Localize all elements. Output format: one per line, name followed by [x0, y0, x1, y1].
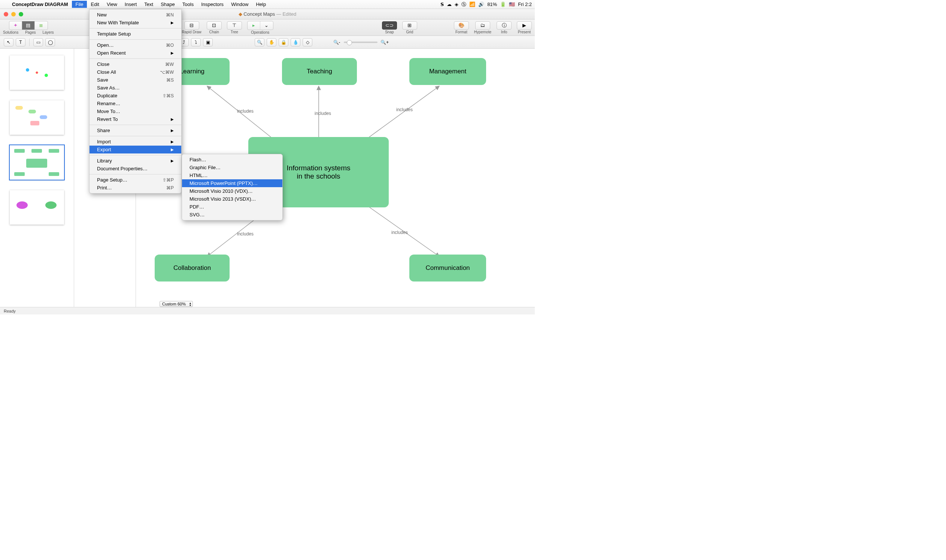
layers-label: Layers: [43, 30, 54, 34]
document-title: ◆ Concept Maps — Edited: [239, 11, 297, 17]
snap-button[interactable]: ⊂⊃: [382, 22, 397, 29]
eyedropper-tool[interactable]: 💧: [291, 38, 300, 46]
file-menu-new[interactable]: New⌘N: [89, 11, 181, 19]
minimize-window-button[interactable]: [11, 12, 16, 17]
node-management[interactable]: Management: [409, 58, 486, 85]
export-html-[interactable]: HTML…: [182, 171, 282, 179]
status-text: Ready: [4, 309, 16, 313]
ellipse-tool[interactable]: ◯: [45, 38, 55, 46]
volume-icon[interactable]: 🔊: [478, 2, 484, 7]
titlebar: ◆ Concept Maps — Edited: [0, 9, 535, 20]
page-thumb-2[interactable]: [10, 100, 64, 135]
flag-icon[interactable]: 🇺🇸: [509, 2, 515, 7]
pages-button[interactable]: ▤: [22, 22, 35, 29]
hypernote-button[interactable]: 🗂: [475, 22, 490, 29]
file-menu-document-properties-[interactable]: Document Properties…: [89, 165, 181, 172]
file-menu-rename-[interactable]: Rename…: [89, 100, 181, 108]
menubar-window[interactable]: Window: [227, 1, 252, 8]
layers-button[interactable]: ≣: [35, 22, 48, 29]
file-menu-export[interactable]: Export▶: [89, 146, 181, 154]
file-menu-save-as-[interactable]: Save As…: [89, 84, 181, 92]
present-button[interactable]: ▶: [517, 22, 532, 29]
operations-button[interactable]: ▸: [248, 22, 260, 29]
menubar-edit[interactable]: Edit: [87, 1, 103, 8]
statusbar: Ready: [0, 307, 535, 314]
diamond-icon[interactable]: ◈: [455, 2, 458, 7]
file-menu-close[interactable]: Close⌘W: [89, 60, 181, 68]
zoom-window-button[interactable]: [19, 12, 23, 17]
export-flash-[interactable]: Flash…: [182, 156, 282, 163]
grid-button[interactable]: ⊞: [402, 22, 417, 29]
node-collaboration[interactable]: Collaboration: [155, 255, 230, 282]
file-menu-close-all[interactable]: Close All⌥⌘W: [89, 68, 181, 76]
zoom-tool[interactable]: 🔍: [255, 38, 264, 46]
export-microsoft-visio-vsdx-[interactable]: Microsoft Visio 2013 (VSDX)…: [182, 195, 282, 203]
cloud-icon[interactable]: ☁: [447, 2, 451, 7]
file-menu-new-with-template[interactable]: New With Template▶: [89, 19, 181, 26]
format-button[interactable]: 🎨: [454, 22, 469, 29]
node-communication[interactable]: Communication: [409, 255, 486, 282]
menubar-help[interactable]: Help: [252, 1, 270, 8]
page-thumb-3[interactable]: [10, 145, 64, 180]
menubar-file[interactable]: File: [72, 1, 87, 8]
file-menu-page-setup-[interactable]: Page Setup…⇧⌘P: [89, 176, 181, 184]
page-thumb-1[interactable]: [10, 55, 64, 90]
battery-percent[interactable]: 81%: [487, 2, 497, 7]
rapid-draw-button[interactable]: ⊟: [184, 22, 199, 29]
text-tool[interactable]: T: [16, 38, 25, 46]
file-menu-library[interactable]: Library▶: [89, 157, 181, 165]
menubar-view[interactable]: View: [103, 1, 121, 8]
file-menu-revert-to[interactable]: Revert To▶: [89, 115, 181, 123]
app-name[interactable]: ConceptDraw DIAGRAM: [12, 2, 68, 7]
menubar-shape[interactable]: Shape: [157, 1, 179, 8]
chain-button[interactable]: ⊡: [207, 22, 222, 29]
status-s-icon[interactable]: 𝗦: [441, 2, 444, 7]
eraser-tool[interactable]: ◇: [303, 38, 312, 46]
file-menu-open-recent[interactable]: Open Recent▶: [89, 49, 181, 57]
export-microsoft-visio-vdx-[interactable]: Microsoft Visio 2010 (VDX)…: [182, 187, 282, 195]
lock-tool[interactable]: 🔒: [279, 38, 288, 46]
export-pdf-[interactable]: PDF…: [182, 203, 282, 211]
export-graphic-file-[interactable]: Graphic File…: [182, 163, 282, 171]
operations-dropdown[interactable]: ⌄: [260, 22, 273, 29]
node-teaching[interactable]: Teaching: [282, 58, 357, 85]
file-menu-move-to-[interactable]: Move To…: [89, 108, 181, 115]
page-thumb-4[interactable]: [10, 190, 64, 225]
secondary-toolbar: ↖ T ▭ ◯ ✎ ╱ ⤴ ⤵ ▣ 🔍 ✋ 🔒 💧 ◇ 🔍- 🔍+: [0, 36, 535, 49]
menubar-insert[interactable]: Insert: [121, 1, 141, 8]
main-toolbar: ✦ ▤ ≣ Solutions Pages Layers ⊞Smart ⊟Rap…: [0, 20, 535, 36]
file-menu-open-[interactable]: Open…⌘O: [89, 41, 181, 49]
file-menu-save[interactable]: Save⌘S: [89, 76, 181, 84]
hand-tool[interactable]: ✋: [267, 38, 276, 46]
battery-icon[interactable]: 🔋: [500, 2, 506, 7]
callout-tool[interactable]: ▣: [203, 38, 213, 46]
pages-panel[interactable]: [0, 49, 74, 307]
export-svg-[interactable]: SVG…: [182, 211, 282, 218]
zoom-out-button[interactable]: 🔍-: [332, 38, 342, 46]
zoom-slider[interactable]: [344, 42, 377, 43]
edge-label: includes: [237, 109, 254, 114]
zoom-in-button[interactable]: 🔍+: [380, 38, 390, 46]
export-microsoft-powerpoint-pptx-[interactable]: Microsoft PowerPoint (PPTX)…: [182, 179, 282, 187]
rect-tool[interactable]: ▭: [33, 38, 43, 46]
wifi-icon[interactable]: 📶: [469, 2, 475, 7]
menubar-text[interactable]: Text: [140, 1, 157, 8]
skype-icon[interactable]: Ⓢ: [461, 1, 466, 8]
pointer-tool[interactable]: ↖: [4, 38, 14, 46]
file-menu-duplicate[interactable]: Duplicate⇧⌘S: [89, 92, 181, 100]
file-menu-import[interactable]: Import▶: [89, 138, 181, 146]
file-menu-print-[interactable]: Print…⌘P: [89, 184, 181, 192]
zoom-combo[interactable]: Custom 60% ▴▾: [160, 301, 193, 307]
file-menu-share[interactable]: Share▶: [89, 126, 181, 134]
smart-connector-tool[interactable]: ⤵: [191, 38, 201, 46]
edge-label: includes: [237, 231, 254, 237]
close-window-button[interactable]: [4, 12, 8, 17]
menubar-tools[interactable]: Tools: [179, 1, 197, 8]
file-menu-template-setup[interactable]: Template Setup: [89, 30, 181, 38]
menubar-inspectors[interactable]: Inspectors: [197, 1, 227, 8]
edge-label: includes: [391, 230, 408, 235]
tree-button[interactable]: ⊤: [227, 22, 242, 29]
info-button[interactable]: ⓘ: [497, 22, 512, 29]
clock[interactable]: Fri 2:2: [518, 2, 532, 7]
solutions-button[interactable]: ✦: [9, 22, 22, 29]
